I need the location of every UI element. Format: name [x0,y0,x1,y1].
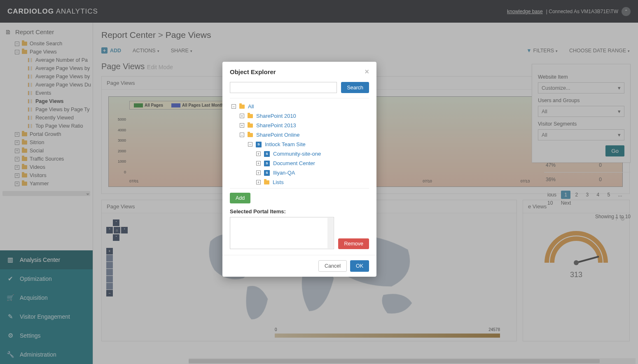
folder-icon [264,180,269,184]
node-label: SharePoint 2013 [256,122,296,128]
ok-button[interactable]: OK [350,260,369,272]
tree-doc-center[interactable]: +SDocument Center [230,159,369,168]
node-label: SharePoint Online [256,132,300,138]
sharepoint-icon: S [256,142,262,147]
folder-icon [248,133,253,137]
tree-sp2010[interactable]: +SharePoint 2010 [230,111,369,121]
expand-icon[interactable]: + [256,161,261,166]
tree-all[interactable]: −All [230,102,369,111]
close-icon[interactable]: × [365,68,369,76]
collapse-icon[interactable]: − [231,104,236,109]
selected-items-list[interactable] [230,217,334,249]
sharepoint-icon: S [264,170,270,176]
expand-icon[interactable]: + [256,180,261,184]
folder-icon [248,114,253,118]
modal-title: Object Explorer [230,68,276,75]
expand-icon[interactable]: + [240,123,244,128]
selected-items-label: Selected Portal Items: [230,208,369,215]
node-label: Document Center [273,160,315,166]
cancel-button[interactable]: Cancel [318,260,347,272]
node-label: SharePoint 2010 [256,113,296,119]
node-label: Lists [273,179,284,185]
folder-icon [239,105,245,109]
node-label: Intlock Team Site [265,141,306,147]
tree-intlock[interactable]: −SIntlock Team Site [230,140,369,149]
sharepoint-icon: S [264,161,270,166]
tree-community[interactable]: +SCommunity-site-one [230,149,369,159]
expand-icon[interactable]: + [256,152,261,156]
explorer-search-input[interactable] [230,82,337,93]
expand-icon[interactable]: + [256,170,261,175]
object-explorer-modal: Object Explorer × Search −All +SharePoin… [222,62,376,277]
add-button[interactable]: Add [230,193,250,203]
collapse-icon[interactable]: − [240,133,244,137]
node-label: Iliyan-QA [273,170,295,176]
tree-spo[interactable]: −SharePoint Online [230,130,369,140]
sharepoint-icon: S [264,151,270,157]
tree-iliyan[interactable]: +SIliyan-QA [230,168,369,177]
collapse-icon[interactable]: − [248,142,252,147]
node-label: All [248,103,254,110]
tree-lists[interactable]: +Lists [230,177,369,187]
explorer-tree: −All +SharePoint 2010 +SharePoint 2013 −… [230,98,369,189]
tree-sp2013[interactable]: +SharePoint 2013 [230,121,369,130]
node-label: Community-site-one [273,151,321,157]
remove-button[interactable]: Remove [338,238,369,249]
search-button[interactable]: Search [341,82,369,93]
expand-icon[interactable]: + [240,114,244,118]
folder-icon [248,124,253,128]
